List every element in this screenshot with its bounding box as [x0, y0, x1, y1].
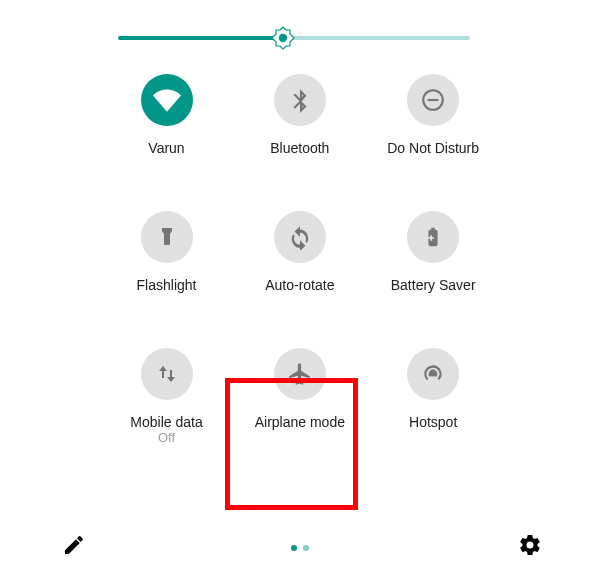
tile-flashlight-label: Flashlight [137, 277, 197, 294]
tile-mobile-data[interactable]: Mobile data Off [100, 348, 233, 446]
svg-rect-3 [428, 99, 439, 101]
dnd-icon [407, 74, 459, 126]
tile-hotspot-label: Hotspot [409, 414, 457, 431]
battery-saver-icon [407, 211, 459, 263]
quick-settings-grid: Varun Bluetooth Do Not Disturb Flashligh… [100, 74, 500, 446]
mobile-data-icon [141, 348, 193, 400]
tile-dnd-label: Do Not Disturb [387, 140, 479, 157]
edit-button[interactable] [62, 533, 88, 559]
tile-battery-saver-label: Battery Saver [391, 277, 476, 294]
brightness-slider[interactable] [118, 24, 470, 52]
bluetooth-icon [274, 74, 326, 126]
pencil-icon [62, 533, 86, 557]
wifi-icon [141, 74, 193, 126]
settings-button[interactable] [518, 533, 544, 559]
airplane-icon [274, 348, 326, 400]
tile-mobile-data-label: Mobile data [130, 414, 202, 431]
gear-icon [518, 533, 542, 557]
page-dot-1 [291, 545, 297, 551]
brightness-icon[interactable] [271, 26, 295, 50]
tile-flashlight[interactable]: Flashlight [100, 211, 233, 294]
flashlight-icon [141, 211, 193, 263]
tile-wifi[interactable]: Varun [100, 74, 233, 157]
tile-airplane-mode[interactable]: Airplane mode [233, 348, 366, 446]
tile-dnd[interactable]: Do Not Disturb [367, 74, 500, 157]
tile-bluetooth[interactable]: Bluetooth [233, 74, 366, 157]
hotspot-icon [407, 348, 459, 400]
tile-autorotate[interactable]: Auto-rotate [233, 211, 366, 294]
page-dot-2 [303, 545, 309, 551]
tile-battery-saver[interactable]: Battery Saver [367, 211, 500, 294]
tile-airplane-label: Airplane mode [255, 414, 345, 431]
tile-mobile-data-sublabel: Off [158, 430, 175, 446]
tile-autorotate-label: Auto-rotate [265, 277, 334, 294]
tile-hotspot[interactable]: Hotspot [367, 348, 500, 446]
tile-bluetooth-label: Bluetooth [270, 140, 329, 157]
autorotate-icon [274, 211, 326, 263]
tile-wifi-label: Varun [148, 140, 184, 157]
page-indicator [291, 545, 309, 551]
svg-point-1 [279, 34, 287, 42]
slider-fill [118, 36, 283, 40]
